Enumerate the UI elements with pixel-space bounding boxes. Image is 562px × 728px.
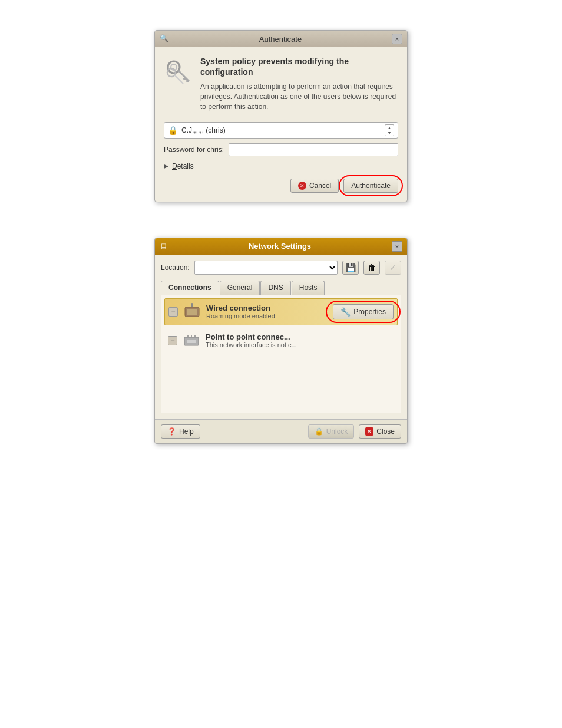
auth-close-button[interactable]: ×	[392, 34, 402, 44]
svg-rect-8	[187, 309, 197, 315]
auth-description: An application is attempting to perform …	[200, 82, 398, 111]
auth-heading: System policy prevents modifying the con…	[200, 56, 398, 77]
unlock-label: Unlock	[326, 427, 348, 436]
auth-text-block: System policy prevents modifying the con…	[200, 56, 398, 112]
wired-connection-icon	[183, 302, 201, 321]
authenticate-label: Authenticate	[351, 182, 391, 190]
unlock-button[interactable]: 🔒 Unlock	[308, 424, 355, 439]
auth-password-row: Password for chris:	[164, 143, 398, 156]
user-select[interactable]: 🔒 C.J.,,,,, (chris) ▲ ▼	[164, 122, 398, 139]
svg-rect-12	[187, 340, 196, 343]
location-save-button[interactable]: 💾	[342, 261, 359, 275]
tab-connections[interactable]: Connections	[161, 281, 219, 295]
details-arrow-icon: ▶	[164, 163, 168, 169]
password-label: Password for chris:	[164, 146, 224, 154]
svg-rect-3	[183, 78, 187, 80]
user-select-text: C.J.,,,,, (chris)	[181, 126, 382, 134]
help-icon: ❓	[167, 427, 176, 436]
keys-icon	[164, 56, 193, 88]
network-footer: ❓ Help 🔒 Unlock ✕ Close	[155, 419, 407, 443]
spinner-down[interactable]: ▼	[385, 130, 394, 136]
close-x-icon: ✕	[365, 427, 373, 436]
bottom-rule	[53, 706, 562, 706]
authenticate-dialog: 🔍 Authenticate ×	[154, 30, 408, 202]
help-label: Help	[179, 427, 194, 436]
page-number-box	[12, 696, 47, 716]
bottom-area	[0, 696, 562, 716]
properties-label: Properties	[353, 308, 386, 316]
user-spinner[interactable]: ▲ ▼	[385, 124, 394, 136]
user-lock-icon: 🔒	[168, 126, 178, 135]
unlock-icon: 🔒	[315, 427, 323, 436]
authenticate-button[interactable]: Authenticate	[343, 179, 398, 193]
location-label: Location:	[161, 263, 190, 272]
location-delete-button[interactable]: 🗑	[363, 261, 380, 275]
wired-connection-item: − Wired connection Roaming mode enabled	[164, 298, 398, 325]
wired-minus-button[interactable]: −	[168, 307, 178, 317]
help-button[interactable]: ❓ Help	[161, 424, 200, 439]
cancel-button[interactable]: ✕ Cancel	[290, 179, 339, 193]
network-close-button[interactable]: ×	[392, 241, 402, 252]
network-body: Location: 💾 🗑 ✓ Connections General DNS	[155, 255, 407, 419]
svg-line-6	[174, 75, 183, 84]
connections-panel: − Wired connection Roaming mode enabled	[161, 295, 401, 413]
svg-point-10	[191, 303, 193, 305]
properties-button-wrapper: 🔧 Properties	[333, 304, 394, 319]
wired-connection-text: Wired connection Roaming mode enabled	[206, 304, 328, 319]
location-row: Location: 💾 🗑 ✓	[161, 261, 401, 275]
tab-hosts[interactable]: Hosts	[292, 281, 325, 295]
page: 🔍 Authenticate ×	[0, 0, 562, 728]
cancel-icon: ✕	[298, 182, 306, 190]
ppp-connection-icon	[182, 331, 201, 350]
auth-dialog-body: System policy prevents modifying the con…	[155, 47, 407, 202]
location-select[interactable]	[194, 261, 338, 275]
cancel-label: Cancel	[309, 182, 331, 190]
ppp-connection-name: Point to point connec...	[206, 332, 394, 341]
properties-icon: 🔧	[340, 307, 351, 317]
tabs-row: Connections General DNS Hosts	[161, 281, 401, 295]
close-button[interactable]: ✕ Close	[359, 424, 401, 439]
ppp-connection-status: This network interface is not c...	[206, 341, 394, 348]
details-label: Details	[172, 162, 194, 170]
auth-user-row: 🔒 C.J.,,,,, (chris) ▲ ▼	[164, 122, 398, 139]
network-titlebar: 🖥 Network Settings ×	[155, 238, 407, 255]
wired-connection-status: Roaming mode enabled	[206, 312, 328, 319]
top-rule	[16, 12, 546, 12]
tab-dns[interactable]: DNS	[260, 281, 290, 295]
ppp-connection-text: Point to point connec... This network in…	[206, 332, 394, 348]
wired-connection-name: Wired connection	[206, 304, 328, 312]
location-apply-button[interactable]: ✓	[385, 261, 401, 275]
auth-details-row[interactable]: ▶ Details	[164, 162, 398, 170]
network-settings-dialog: 🖥 Network Settings × Location: 💾 🗑 ✓ Con…	[154, 238, 408, 444]
spinner-up[interactable]: ▲	[385, 125, 394, 130]
auth-title-icon: 🔍	[160, 34, 169, 44]
network-dialog-title: Network Settings	[168, 242, 392, 251]
authenticate-highlight-wrapper: Authenticate	[343, 179, 398, 193]
auth-titlebar: 🔍 Authenticate ×	[155, 31, 407, 47]
auth-top-row: System policy prevents modifying the con…	[164, 56, 398, 112]
network-title-icon: 🖥	[160, 242, 168, 251]
ppp-minus-button[interactable]: −	[168, 336, 177, 345]
ppp-connection-item: − Point to point connec... This	[164, 328, 398, 354]
properties-button[interactable]: 🔧 Properties	[333, 304, 394, 319]
footer-right: 🔒 Unlock ✕ Close	[308, 424, 401, 439]
auth-dialog-title: Authenticate	[169, 35, 392, 44]
close-label: Close	[376, 427, 395, 436]
svg-rect-4	[186, 80, 189, 82]
tab-general[interactable]: General	[220, 281, 260, 295]
password-input[interactable]	[229, 143, 398, 156]
auth-buttons-row: ✕ Cancel Authenticate	[164, 179, 398, 193]
